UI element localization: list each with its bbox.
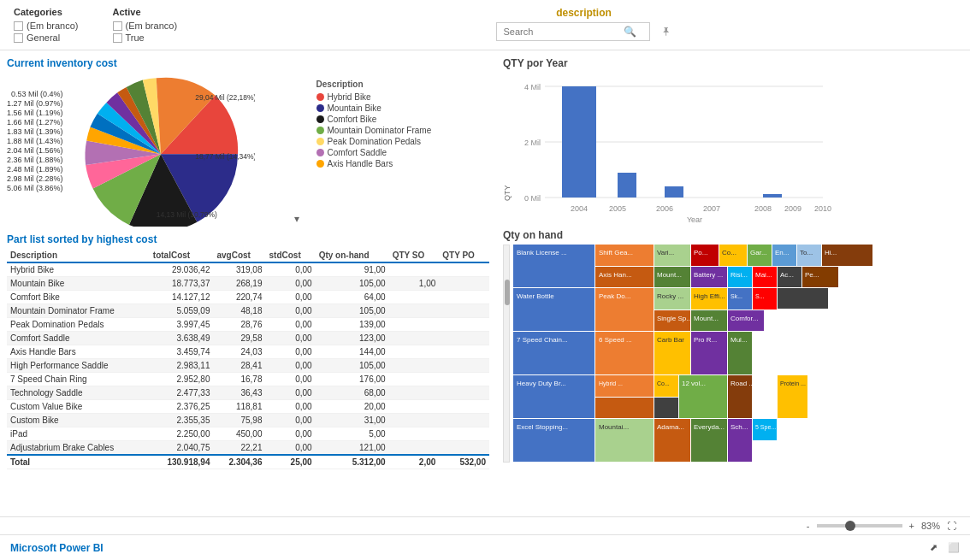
cat-checkbox-1[interactable]: [14, 33, 23, 43]
search-input[interactable]: [504, 27, 624, 37]
zoom-minus[interactable]: -: [807, 521, 810, 531]
fit-screen-icon[interactable]: ⛶: [947, 521, 956, 531]
table-cell: iPad: [7, 427, 150, 441]
active-checkbox-1[interactable]: [113, 33, 122, 43]
svg-text:2005: 2005: [609, 204, 626, 213]
svg-text:2004: 2004: [571, 204, 588, 213]
zoom-plus[interactable]: +: [909, 521, 914, 531]
qty-y-label: QTY: [503, 73, 512, 201]
svg-text:Axis Han...: Axis Han...: [599, 271, 632, 279]
table-cell: [439, 414, 489, 427]
svg-text:Ac...: Ac...: [780, 271, 794, 279]
svg-text:Vari...: Vari...: [657, 249, 674, 256]
legend-item-3: Mountain Dominator Frame: [316, 126, 432, 135]
table-cell: High Performance Saddle: [7, 359, 150, 373]
active-label-0: (Em branco): [126, 21, 178, 31]
table-cell: 2.355,35: [150, 414, 214, 427]
svg-rect-12: [763, 194, 782, 197]
table-cell: Adjustabrium Brake Cables: [7, 441, 150, 456]
active-item-1[interactable]: True: [113, 32, 178, 43]
svg-text:0 Mil: 0 Mil: [524, 194, 541, 203]
treemap-title: Qty on hand: [503, 229, 963, 241]
table-cell: [389, 332, 440, 345]
pie-chart-container: 0.53 Mil (0.4%) 1.27 Mil (0.97%) 1.56 Mi…: [7, 73, 489, 227]
legend-dot-2: [316, 115, 324, 123]
svg-text:Hybrid ...: Hybrid ...: [599, 380, 623, 387]
zoom-slider[interactable]: [817, 524, 902, 528]
table-cell: 0,00: [265, 345, 315, 359]
treemap-scrollbar[interactable]: [503, 245, 510, 463]
table-cell: 36,43: [213, 386, 265, 400]
svg-text:18,77 Mil (14,34%): 18,77 Mil (14,34%): [195, 152, 255, 161]
description-title: description: [556, 7, 612, 19]
table-cell: 2.952,80: [150, 373, 214, 386]
svg-text:Mount...: Mount...: [694, 315, 719, 322]
table-cell: Custom Bike: [7, 414, 150, 427]
table-cell: 7 Speed Chain Ring: [7, 373, 150, 386]
svg-text:Mountai...: Mountai...: [599, 423, 629, 431]
table-cell: [439, 359, 489, 373]
svg-text:4 Mil: 4 Mil: [524, 83, 541, 91]
table-cell: 3.638,49: [150, 332, 214, 345]
table-cell: 22,21: [213, 441, 265, 456]
legend-item-0: Hybrid Bike: [316, 92, 432, 102]
expand-icon[interactable]: ⬜: [948, 542, 960, 553]
table-cell: Axis Handle Bars: [7, 345, 150, 359]
svg-text:2009: 2009: [784, 204, 801, 213]
legend-item-6: Axis Handle Bars: [316, 159, 432, 168]
table-cell: Hybrid Bike: [7, 262, 150, 277]
footer-icons: ⬈ ⬜: [930, 542, 960, 553]
table-row: 7 Speed Chain Ring2.952,8016,780,00176,0…: [7, 373, 489, 386]
cat-item-1[interactable]: General: [14, 32, 79, 43]
powerbi-link[interactable]: Microsoft Power BI: [10, 542, 104, 554]
svg-text:Water Bottle: Water Bottle: [517, 292, 554, 300]
svg-text:Mai...: Mai...: [755, 271, 772, 279]
table-cell: [389, 386, 440, 400]
table-cell: Comfort Saddle: [7, 332, 150, 345]
table-cell: [389, 345, 440, 359]
table-cell: 2.250,00: [150, 427, 214, 441]
svg-text:Mount...: Mount...: [657, 271, 682, 279]
active-checkbox-0[interactable]: [113, 21, 122, 31]
table-total-cell: 130.918,94: [150, 455, 214, 469]
table-cell: 0,00: [265, 262, 315, 277]
table-row: Comfort Bike14.127,12220,740,0064,00: [7, 291, 489, 304]
table-cell: [439, 277, 489, 291]
expand-icon[interactable]: ▾: [294, 213, 299, 225]
svg-rect-93: [654, 398, 678, 418]
table-row: Custom Bike2.355,3575,980,0031,00: [7, 414, 489, 427]
table-cell: 1,00: [389, 277, 440, 291]
cat-item-0[interactable]: (Em branco): [14, 21, 79, 31]
svg-text:Single Sp...: Single Sp...: [657, 315, 692, 322]
table-row: iPad2.250,00450,000,005,00: [7, 427, 489, 441]
table-cell: [389, 262, 440, 277]
col-qtyso: QTY SO: [389, 249, 440, 262]
svg-text:Pe...: Pe...: [805, 271, 819, 279]
table-row: High Performance Saddle2.983,1128,410,00…: [7, 359, 489, 373]
table-cell: 0,00: [265, 359, 315, 373]
categories-filter: Categories (Em branco) General: [14, 7, 79, 43]
svg-text:En...: En...: [775, 249, 789, 256]
svg-text:2008: 2008: [754, 204, 772, 213]
treemap-svg: Blank License ... Shift Gea... Vari... P…: [513, 245, 872, 463]
active-item-0[interactable]: (Em branco): [113, 21, 178, 31]
search-box[interactable]: 🔍: [496, 22, 650, 41]
svg-text:14,13 Mil (10,79%): 14,13 Mil (10,79%): [156, 210, 216, 219]
table-cell: 268,19: [213, 277, 265, 291]
filter-pin-icon[interactable]: 🖈: [660, 25, 672, 38]
table-cell: [389, 373, 440, 386]
table-cell: 5.059,09: [150, 304, 214, 318]
table-cell: [439, 332, 489, 345]
table-row: Peak Domination Pedals3.997,4528,760,001…: [7, 318, 489, 332]
share-icon[interactable]: ⬈: [930, 542, 937, 553]
svg-rect-71: [778, 288, 828, 309]
table-cell: [389, 304, 440, 318]
legend-title: Description: [316, 80, 432, 89]
col-avgcost: avgCost: [213, 249, 265, 262]
svg-text:Battery ...: Battery ...: [694, 271, 723, 279]
table-cell: [439, 304, 489, 318]
svg-text:Adama...: Adama...: [657, 423, 684, 431]
table-cell: Peak Domination Pedals: [7, 318, 150, 332]
cat-checkbox-0[interactable]: [14, 21, 23, 31]
table-cell: 31,00: [316, 414, 389, 427]
